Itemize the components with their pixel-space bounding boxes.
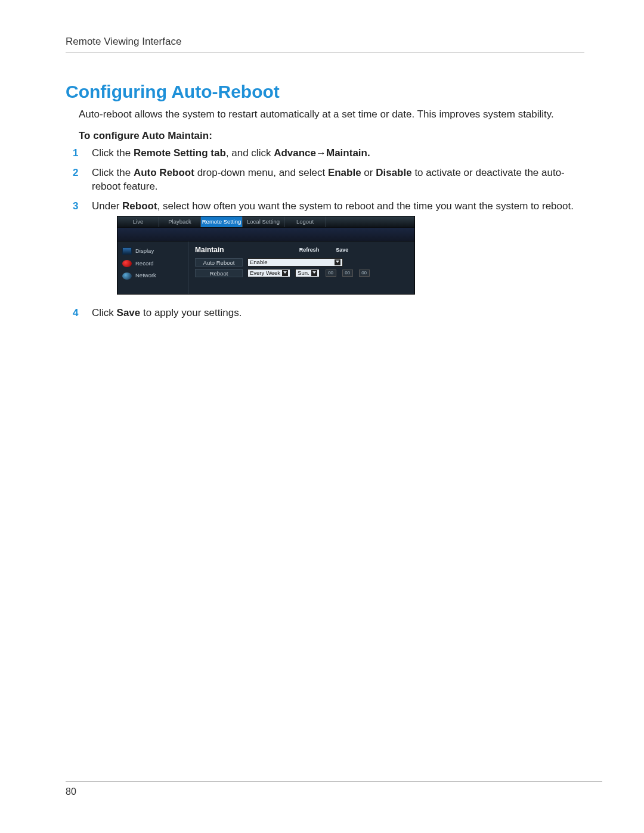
reboot-second[interactable]: 00 [359, 270, 370, 277]
step-number: 2 [73, 166, 82, 194]
save-button[interactable]: Save [336, 246, 348, 253]
chevron-down-icon [335, 259, 340, 265]
auto-reboot-label: Auto Reboot [195, 258, 243, 267]
intro-text: Auto-reboot allows the system to restart… [79, 108, 584, 122]
sidebar-item-network[interactable]: Network [117, 270, 188, 282]
tab-local-setting[interactable]: Local Setting [243, 216, 284, 227]
sidebar-item-label: Record [135, 260, 154, 268]
sidebar: Display Record Network [117, 241, 189, 294]
sidebar-item-record[interactable]: Record [117, 258, 188, 270]
reboot-minute[interactable]: 00 [342, 270, 353, 277]
auto-reboot-dropdown[interactable]: Enable [247, 258, 343, 267]
step-1-body: Click the Remote Setting tab, and click … [92, 147, 584, 160]
reboot-label: Reboot [195, 269, 243, 277]
reboot-hour[interactable]: 00 [326, 270, 336, 277]
tab-logout[interactable]: Logout [284, 216, 326, 227]
refresh-button[interactable]: Refresh [299, 246, 320, 253]
top-tabs: Live Playback Remote Setting Local Setti… [117, 216, 414, 227]
sidebar-item-display[interactable]: Display [117, 245, 188, 258]
step-number: 1 [73, 147, 82, 160]
tab-playback[interactable]: Playback [159, 216, 201, 227]
page-header: Remote Viewing Interface [66, 36, 584, 53]
page-title: Configuring Auto-Reboot [66, 82, 584, 102]
dropdown-value: Sun. [298, 270, 309, 277]
reboot-freq-dropdown[interactable]: Every Week [247, 269, 290, 277]
sidebar-item-label: Network [135, 272, 156, 280]
panel-title: Maintain [195, 245, 224, 255]
step-4-body: Click Save to apply your settings. [92, 306, 584, 320]
reboot-day-dropdown[interactable]: Sun. [295, 269, 320, 277]
record-icon [122, 260, 132, 267]
globe-icon [122, 272, 132, 280]
chevron-down-icon [282, 270, 288, 276]
dropdown-value: Enable [250, 259, 268, 266]
subheading: To configure Auto Maintain: [79, 130, 584, 142]
sidebar-item-label: Display [135, 247, 154, 255]
monitor-icon [122, 247, 132, 255]
page-number: 80 [66, 786, 76, 797]
chevron-down-icon [311, 270, 317, 276]
tab-live[interactable]: Live [117, 216, 159, 227]
maintain-screenshot: Live Playback Remote Setting Local Setti… [117, 216, 415, 295]
step-2-body: Click the Auto Reboot drop-down menu, an… [92, 166, 584, 194]
tab-remote-setting[interactable]: Remote Setting [201, 216, 243, 227]
toolbar-band [117, 227, 414, 241]
step-3-body: Under Reboot, select how often you want … [92, 200, 584, 301]
step-number: 4 [73, 306, 82, 320]
page-footer: 80 [66, 781, 602, 797]
step-number: 3 [73, 200, 82, 301]
dropdown-value: Every Week [250, 270, 280, 277]
